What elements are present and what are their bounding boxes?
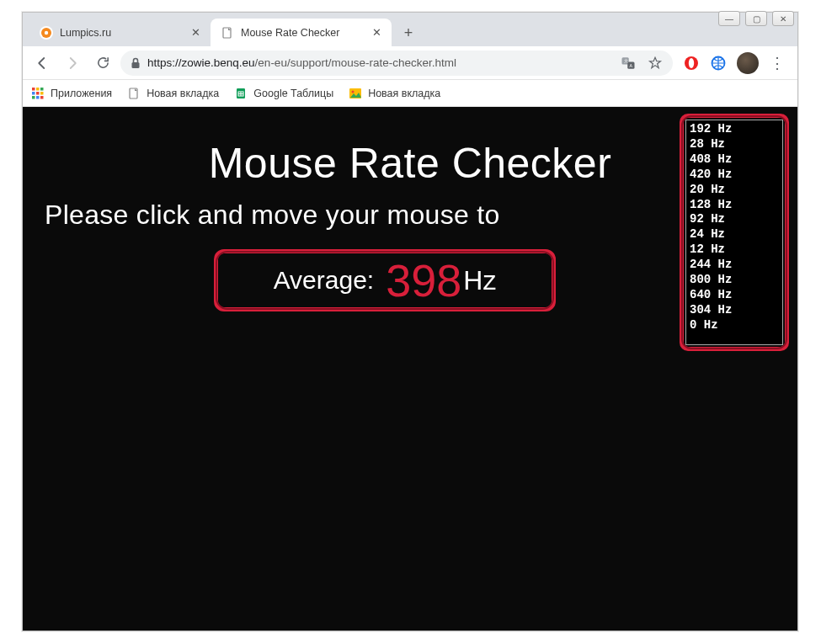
svg-point-9 (689, 58, 694, 68)
readings-list[interactable]: 192 Hz28 Hz408 Hz420 Hz20 Hz128 Hz92 Hz2… (685, 120, 783, 345)
apps-icon (31, 87, 45, 100)
bookmark-label: Google Таблицы (253, 88, 333, 99)
svg-point-26 (352, 90, 355, 93)
svg-rect-13 (40, 88, 44, 91)
reading-row: 800 Hz (690, 273, 779, 288)
svg-rect-16 (40, 92, 44, 95)
reading-row: 640 Hz (690, 288, 779, 303)
reading-row: 92 Hz (690, 212, 779, 227)
svg-rect-12 (36, 88, 40, 91)
svg-rect-15 (36, 92, 40, 95)
reading-row: 304 Hz (690, 303, 779, 318)
toolbar: https://zowie.benq.eu/en-eu/support/mous… (23, 46, 797, 80)
close-tab-button[interactable]: ✕ (183, 26, 200, 39)
svg-rect-14 (32, 92, 35, 95)
tab-mouse-rate-checker[interactable]: Mouse Rate Checker ✕ (211, 19, 392, 46)
star-icon[interactable] (648, 56, 663, 71)
image-icon (349, 87, 362, 100)
svg-text:A: A (630, 62, 633, 67)
reading-row: 20 Hz (690, 183, 779, 198)
reading-row: 244 Hz (690, 258, 779, 273)
tab-lumpics[interactable]: Lumpics.ru ✕ (29, 19, 211, 46)
browser-window: — ▢ ✕ Lumpics.ru ✕ Mouse Rate Checker ✕ … (22, 12, 798, 631)
sheets-icon (234, 87, 248, 100)
bookmark-label: Новая вкладка (368, 88, 440, 99)
minimize-button[interactable]: — (718, 11, 740, 26)
bookmarks-bar: Приложения Новая вкладка Google Таблицы … (23, 80, 797, 107)
svg-rect-11 (32, 88, 35, 91)
globe-ext-icon[interactable] (710, 55, 727, 72)
readings-panel: 192 Hz28 Hz408 Hz420 Hz20 Hz128 Hz92 Hz2… (680, 114, 789, 351)
avatar-icon[interactable] (737, 52, 759, 74)
reading-row: 420 Hz (690, 168, 779, 183)
bookmark-new-tab-1[interactable]: Новая вкладка (127, 87, 219, 100)
svg-point-1 (45, 30, 48, 34)
page-content[interactable]: Mouse Rate Checker Please click and move… (23, 107, 797, 631)
address-bar[interactable]: https://zowie.benq.eu/en-eu/support/mous… (120, 51, 673, 76)
bookmark-new-tab-2[interactable]: Новая вкладка (349, 87, 440, 100)
reading-row: 24 Hz (690, 227, 779, 242)
extension-icons: ⋮ (678, 52, 791, 74)
svg-rect-19 (40, 96, 44, 99)
reading-row: 192 Hz (690, 122, 779, 137)
average-value: 398 (386, 254, 461, 306)
forward-button[interactable] (60, 51, 85, 76)
bookmark-apps[interactable]: Приложения (31, 87, 112, 100)
bookmark-google-sheets[interactable]: Google Таблицы (234, 87, 333, 100)
opera-ext-icon[interactable] (683, 55, 700, 72)
window-controls: — ▢ ✕ (718, 11, 794, 26)
favicon-icon (40, 26, 53, 40)
svg-text:文: 文 (624, 58, 628, 63)
reload-button[interactable] (90, 51, 115, 76)
translate-icon[interactable]: 文A (621, 56, 636, 71)
tab-title: Mouse Rate Checker (241, 27, 339, 39)
new-tab-button[interactable]: + (397, 21, 420, 45)
close-tab-button[interactable]: ✕ (364, 26, 381, 39)
url-text: https://zowie.benq.eu/en-eu/support/mous… (147, 56, 456, 69)
favicon-icon (221, 26, 234, 40)
tab-strip: Lumpics.ru ✕ Mouse Rate Checker ✕ + (23, 13, 797, 46)
average-display: Average: 398 Hz (214, 249, 556, 311)
bookmark-label: Приложения (51, 88, 112, 99)
reading-row: 408 Hz (690, 152, 779, 168)
reading-row: 0 Hz (690, 318, 779, 333)
close-window-button[interactable]: ✕ (772, 11, 794, 26)
svg-rect-17 (32, 96, 35, 99)
average-label: Average: (274, 266, 375, 295)
bookmark-label: Новая вкладка (147, 88, 219, 99)
svg-rect-18 (36, 96, 40, 99)
reading-row: 28 Hz (690, 137, 779, 152)
average-unit: Hz (463, 265, 496, 296)
tab-title: Lumpics.ru (60, 27, 111, 39)
maximize-button[interactable]: ▢ (745, 11, 767, 26)
back-button[interactable] (29, 51, 55, 76)
lock-icon (131, 57, 141, 69)
svg-rect-3 (132, 62, 140, 68)
reading-row: 128 Hz (690, 198, 779, 213)
reading-row: 12 Hz (690, 242, 779, 258)
kebab-menu-icon[interactable]: ⋮ (769, 55, 786, 72)
doc-icon (127, 87, 141, 100)
